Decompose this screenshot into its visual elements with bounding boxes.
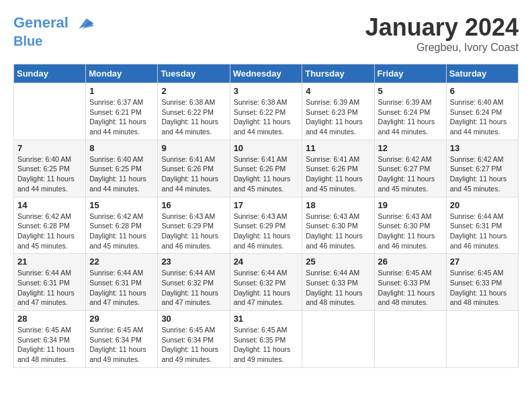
calendar-cell: 17Sunrise: 6:43 AM Sunset: 6:29 PM Dayli… bbox=[230, 197, 302, 254]
day-detail: Sunrise: 6:43 AM Sunset: 6:29 PM Dayligh… bbox=[161, 212, 226, 251]
day-detail: Sunrise: 6:40 AM Sunset: 6:25 PM Dayligh… bbox=[17, 154, 82, 194]
logo: General Blue bbox=[13, 13, 94, 48]
calendar-cell bbox=[374, 311, 446, 368]
calendar-cell: 15Sunrise: 6:42 AM Sunset: 6:28 PM Dayli… bbox=[86, 197, 158, 254]
day-detail: Sunrise: 6:45 AM Sunset: 6:34 PM Dayligh… bbox=[89, 325, 154, 365]
day-number: 30 bbox=[161, 314, 226, 324]
day-detail: Sunrise: 6:45 AM Sunset: 6:34 PM Dayligh… bbox=[161, 325, 226, 365]
title-block: January 2024 Gregbeu, Ivory Coast bbox=[365, 13, 519, 54]
day-number: 4 bbox=[306, 86, 370, 96]
day-number: 7 bbox=[17, 143, 82, 153]
calendar-cell: 4Sunrise: 6:39 AM Sunset: 6:23 PM Daylig… bbox=[302, 83, 374, 140]
calendar-cell: 10Sunrise: 6:41 AM Sunset: 6:26 PM Dayli… bbox=[230, 140, 302, 197]
weekday-header-sunday: Sunday bbox=[14, 64, 86, 83]
day-detail: Sunrise: 6:41 AM Sunset: 6:26 PM Dayligh… bbox=[306, 154, 370, 194]
day-number: 29 bbox=[89, 314, 154, 324]
day-detail: Sunrise: 6:44 AM Sunset: 6:31 PM Dayligh… bbox=[89, 268, 154, 308]
day-number: 27 bbox=[450, 257, 515, 267]
day-detail: Sunrise: 6:44 AM Sunset: 6:31 PM Dayligh… bbox=[17, 268, 82, 308]
day-number: 12 bbox=[378, 143, 443, 153]
day-detail: Sunrise: 6:45 AM Sunset: 6:35 PM Dayligh… bbox=[234, 325, 299, 365]
day-detail: Sunrise: 6:41 AM Sunset: 6:26 PM Dayligh… bbox=[234, 154, 299, 194]
day-detail: Sunrise: 6:42 AM Sunset: 6:28 PM Dayligh… bbox=[89, 212, 154, 251]
weekday-header-thursday: Thursday bbox=[302, 64, 374, 83]
day-number: 10 bbox=[234, 143, 299, 153]
day-detail: Sunrise: 6:42 AM Sunset: 6:28 PM Dayligh… bbox=[17, 212, 82, 251]
calendar-cell: 3Sunrise: 6:38 AM Sunset: 6:22 PM Daylig… bbox=[230, 83, 302, 140]
calendar-cell: 30Sunrise: 6:45 AM Sunset: 6:34 PM Dayli… bbox=[158, 311, 230, 368]
day-detail: Sunrise: 6:38 AM Sunset: 6:22 PM Dayligh… bbox=[234, 97, 299, 137]
day-number: 9 bbox=[161, 143, 226, 153]
calendar-cell bbox=[302, 311, 374, 368]
day-number: 2 bbox=[161, 86, 226, 96]
day-detail: Sunrise: 6:39 AM Sunset: 6:23 PM Dayligh… bbox=[306, 97, 370, 137]
weekday-header-wednesday: Wednesday bbox=[230, 64, 302, 83]
day-number: 1 bbox=[89, 86, 154, 96]
calendar-cell: 2Sunrise: 6:38 AM Sunset: 6:22 PM Daylig… bbox=[158, 83, 230, 140]
day-number: 28 bbox=[17, 314, 82, 324]
calendar-cell: 8Sunrise: 6:40 AM Sunset: 6:25 PM Daylig… bbox=[86, 140, 158, 197]
weekday-header-tuesday: Tuesday bbox=[158, 64, 230, 83]
weekday-header-row: SundayMondayTuesdayWednesdayThursdayFrid… bbox=[14, 64, 519, 83]
day-number: 15 bbox=[89, 200, 154, 210]
week-row-2: 14Sunrise: 6:42 AM Sunset: 6:28 PM Dayli… bbox=[14, 197, 519, 254]
calendar-cell: 23Sunrise: 6:44 AM Sunset: 6:32 PM Dayli… bbox=[158, 254, 230, 311]
calendar-cell: 22Sunrise: 6:44 AM Sunset: 6:31 PM Dayli… bbox=[86, 254, 158, 311]
calendar-cell: 25Sunrise: 6:44 AM Sunset: 6:33 PM Dayli… bbox=[302, 254, 374, 311]
day-detail: Sunrise: 6:45 AM Sunset: 6:33 PM Dayligh… bbox=[378, 268, 443, 308]
day-detail: Sunrise: 6:44 AM Sunset: 6:33 PM Dayligh… bbox=[306, 268, 370, 308]
day-number: 19 bbox=[378, 200, 443, 210]
week-row-0: 1Sunrise: 6:37 AM Sunset: 6:21 PM Daylig… bbox=[14, 83, 519, 140]
day-detail: Sunrise: 6:45 AM Sunset: 6:33 PM Dayligh… bbox=[450, 268, 515, 308]
calendar-cell: 9Sunrise: 6:41 AM Sunset: 6:26 PM Daylig… bbox=[158, 140, 230, 197]
page-header: General Blue January 2024 Gregbeu, Ivory… bbox=[13, 13, 519, 54]
day-detail: Sunrise: 6:37 AM Sunset: 6:21 PM Dayligh… bbox=[89, 97, 154, 137]
day-number: 26 bbox=[378, 257, 443, 267]
day-detail: Sunrise: 6:44 AM Sunset: 6:32 PM Dayligh… bbox=[161, 268, 226, 308]
day-number: 5 bbox=[378, 86, 443, 96]
day-detail: Sunrise: 6:44 AM Sunset: 6:31 PM Dayligh… bbox=[450, 212, 515, 251]
weekday-header-saturday: Saturday bbox=[446, 64, 518, 83]
calendar-cell: 12Sunrise: 6:42 AM Sunset: 6:27 PM Dayli… bbox=[374, 140, 446, 197]
day-number: 23 bbox=[161, 257, 226, 267]
week-row-4: 28Sunrise: 6:45 AM Sunset: 6:34 PM Dayli… bbox=[14, 311, 519, 368]
day-detail: Sunrise: 6:45 AM Sunset: 6:34 PM Dayligh… bbox=[17, 325, 82, 365]
day-detail: Sunrise: 6:39 AM Sunset: 6:24 PM Dayligh… bbox=[378, 97, 443, 137]
month-title: January 2024 bbox=[365, 13, 519, 42]
day-number: 13 bbox=[450, 143, 515, 153]
day-number: 6 bbox=[450, 86, 515, 96]
day-number: 17 bbox=[234, 200, 299, 210]
calendar-cell: 5Sunrise: 6:39 AM Sunset: 6:24 PM Daylig… bbox=[374, 83, 446, 140]
day-detail: Sunrise: 6:40 AM Sunset: 6:25 PM Dayligh… bbox=[89, 154, 154, 194]
day-number: 20 bbox=[450, 200, 515, 210]
calendar-cell: 6Sunrise: 6:40 AM Sunset: 6:24 PM Daylig… bbox=[446, 83, 518, 140]
calendar-cell: 18Sunrise: 6:43 AM Sunset: 6:30 PM Dayli… bbox=[302, 197, 374, 254]
weekday-header-friday: Friday bbox=[374, 64, 446, 83]
day-number: 22 bbox=[89, 257, 154, 267]
calendar-cell: 21Sunrise: 6:44 AM Sunset: 6:31 PM Dayli… bbox=[14, 254, 86, 311]
location-title: Gregbeu, Ivory Coast bbox=[365, 42, 519, 54]
calendar-cell: 11Sunrise: 6:41 AM Sunset: 6:26 PM Dayli… bbox=[302, 140, 374, 197]
day-number: 16 bbox=[161, 200, 226, 210]
logo-blue: Blue bbox=[13, 34, 94, 48]
day-number: 11 bbox=[306, 143, 370, 153]
calendar-cell: 14Sunrise: 6:42 AM Sunset: 6:28 PM Dayli… bbox=[14, 197, 86, 254]
day-detail: Sunrise: 6:43 AM Sunset: 6:30 PM Dayligh… bbox=[378, 212, 443, 251]
day-detail: Sunrise: 6:38 AM Sunset: 6:22 PM Dayligh… bbox=[161, 97, 226, 137]
day-detail: Sunrise: 6:44 AM Sunset: 6:32 PM Dayligh… bbox=[234, 268, 299, 308]
calendar-cell: 1Sunrise: 6:37 AM Sunset: 6:21 PM Daylig… bbox=[86, 83, 158, 140]
calendar-cell: 26Sunrise: 6:45 AM Sunset: 6:33 PM Dayli… bbox=[374, 254, 446, 311]
day-detail: Sunrise: 6:43 AM Sunset: 6:29 PM Dayligh… bbox=[234, 212, 299, 251]
day-number: 14 bbox=[17, 200, 82, 210]
calendar-cell: 31Sunrise: 6:45 AM Sunset: 6:35 PM Dayli… bbox=[230, 311, 302, 368]
calendar-cell bbox=[14, 83, 86, 140]
day-detail: Sunrise: 6:42 AM Sunset: 6:27 PM Dayligh… bbox=[450, 154, 515, 194]
logo-text: General bbox=[13, 13, 94, 34]
day-detail: Sunrise: 6:43 AM Sunset: 6:30 PM Dayligh… bbox=[306, 212, 370, 251]
day-number: 21 bbox=[17, 257, 82, 267]
day-number: 31 bbox=[234, 314, 299, 324]
calendar-cell: 24Sunrise: 6:44 AM Sunset: 6:32 PM Dayli… bbox=[230, 254, 302, 311]
calendar-cell: 29Sunrise: 6:45 AM Sunset: 6:34 PM Dayli… bbox=[86, 311, 158, 368]
day-number: 8 bbox=[89, 143, 154, 153]
calendar-cell: 16Sunrise: 6:43 AM Sunset: 6:29 PM Dayli… bbox=[158, 197, 230, 254]
